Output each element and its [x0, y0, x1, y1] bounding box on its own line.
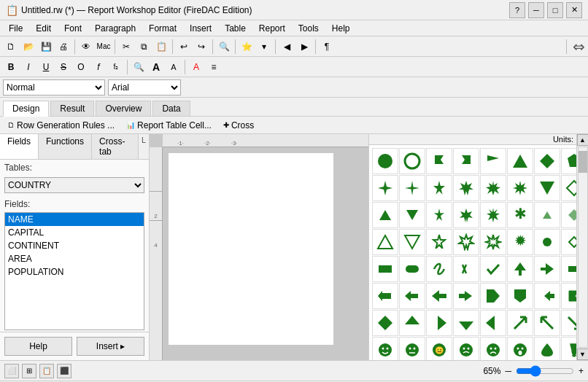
- style-dropdown[interactable]: Normal: [3, 79, 105, 96]
- report-table-tab[interactable]: 📊 Report Table Cell...: [122, 119, 216, 132]
- font-color-button[interactable]: A: [188, 59, 204, 75]
- align-button[interactable]: ≡: [206, 59, 222, 75]
- symbol-cell-0[interactable]: [372, 148, 398, 174]
- subtab-crosstab[interactable]: Cross-tab: [92, 134, 139, 159]
- symbol-cell-4[interactable]: [480, 148, 506, 174]
- symbol-cell-6[interactable]: [534, 148, 560, 174]
- symbol-cell-51[interactable]: [561, 256, 576, 282]
- magnify-button[interactable]: 🔍: [131, 59, 147, 75]
- symbol-cell-80[interactable]: [453, 337, 479, 360]
- help-btn[interactable]: ?: [509, 2, 525, 18]
- symbol-cell-29[interactable]: [561, 202, 576, 228]
- bottom-btn-2[interactable]: ⊞: [22, 364, 36, 378]
- symbol-cell-72[interactable]: [534, 310, 560, 336]
- symbol-cell-17[interactable]: [534, 175, 560, 201]
- fx-button[interactable]: f: [90, 59, 107, 75]
- scroll-thumb[interactable]: [579, 151, 587, 173]
- symbol-cell-35[interactable]: [426, 229, 452, 255]
- paste-button[interactable]: 📋: [153, 39, 169, 55]
- symbol-cell-1[interactable]: [399, 148, 425, 174]
- cross-tab[interactable]: ✚ Cross: [219, 119, 258, 132]
- tables-dropdown[interactable]: COUNTRY: [4, 177, 144, 193]
- symbol-cell-82[interactable]: [507, 337, 533, 360]
- close-btn[interactable]: ✕: [566, 2, 582, 18]
- symbol-cell-16[interactable]: [507, 175, 533, 201]
- symbol-cell-28[interactable]: [534, 202, 560, 228]
- menu-report[interactable]: Report: [253, 22, 291, 35]
- symbol-cell-12[interactable]: [399, 175, 425, 201]
- size-down-button[interactable]: A: [166, 59, 182, 75]
- bold-button[interactable]: B: [3, 59, 19, 75]
- italic-button[interactable]: I: [20, 59, 36, 75]
- nav-left[interactable]: ◀: [279, 39, 295, 55]
- field-capital[interactable]: CAPITAL: [5, 226, 144, 239]
- symbol-cell-23[interactable]: [399, 202, 425, 228]
- menu-edit[interactable]: Edit: [30, 22, 57, 35]
- row-generation-tab[interactable]: 🗋 Row Generation Rules ...: [3, 119, 119, 132]
- symbol-cell-71[interactable]: [507, 310, 533, 336]
- symbol-cell-58[interactable]: [453, 283, 479, 309]
- menu-insert[interactable]: Insert: [184, 22, 217, 35]
- help-button[interactable]: Help: [4, 337, 72, 356]
- symbol-cell-66[interactable]: [372, 310, 398, 336]
- save-button[interactable]: 💾: [38, 39, 54, 55]
- symbol-cell-24[interactable]: [426, 202, 452, 228]
- symbol-cell-49[interactable]: [507, 256, 533, 282]
- symbol-cell-40[interactable]: [561, 229, 576, 255]
- tab-data[interactable]: Data: [152, 101, 190, 116]
- symbol-cell-48[interactable]: [480, 256, 506, 282]
- symbol-cell-56[interactable]: [399, 283, 425, 309]
- symbol-cell-59[interactable]: [480, 283, 506, 309]
- tab-overview[interactable]: Overview: [96, 101, 151, 116]
- field-area[interactable]: AREA: [5, 252, 144, 265]
- font-dropdown[interactable]: Arial: [108, 79, 181, 96]
- symbol-cell-25[interactable]: [453, 202, 479, 228]
- print-button[interactable]: 🖨: [55, 39, 71, 55]
- field-name[interactable]: NAME: [5, 213, 144, 226]
- symbol-cell-46[interactable]: [426, 256, 452, 282]
- symbol-cell-69[interactable]: [453, 310, 479, 336]
- symbol-cell-18[interactable]: [561, 175, 576, 201]
- star-button[interactable]: ⭐: [239, 39, 255, 55]
- bottom-btn-4[interactable]: ⬛: [57, 364, 71, 378]
- zoom-slider[interactable]: [516, 365, 574, 377]
- symbol-cell-7[interactable]: [561, 148, 576, 174]
- redo-button[interactable]: ↪: [193, 39, 209, 55]
- menu-paragraph[interactable]: Paragraph: [89, 22, 142, 35]
- nav-right[interactable]: ▶: [296, 39, 312, 55]
- symbol-cell-11[interactable]: [372, 175, 398, 201]
- symbol-cell-55[interactable]: [372, 283, 398, 309]
- open-button[interactable]: 📂: [20, 39, 36, 55]
- symbol-cell-68[interactable]: [426, 310, 452, 336]
- mac-button[interactable]: Mac: [96, 39, 112, 55]
- symbol-cell-50[interactable]: [534, 256, 560, 282]
- symbol-cell-34[interactable]: [399, 229, 425, 255]
- size-up-button[interactable]: A: [148, 59, 164, 75]
- symbol-cell-14[interactable]: [453, 175, 479, 201]
- symbol-cell-22[interactable]: [372, 202, 398, 228]
- symbol-cell-77[interactable]: [372, 337, 398, 360]
- symbol-cell-26[interactable]: [480, 202, 506, 228]
- symbol-cell-38[interactable]: ✹: [507, 229, 533, 255]
- symbol-cell-27[interactable]: ✱: [507, 202, 533, 228]
- strikethrough-button[interactable]: S: [55, 59, 71, 75]
- maximize-btn[interactable]: □: [547, 2, 563, 18]
- outline-button[interactable]: O: [73, 59, 89, 75]
- menu-tools[interactable]: Tools: [293, 22, 325, 35]
- field-population[interactable]: POPULATION: [5, 265, 144, 278]
- subtab-fields[interactable]: Fields: [0, 134, 39, 159]
- symbol-cell-45[interactable]: [399, 256, 425, 282]
- symbol-cell-36[interactable]: [453, 229, 479, 255]
- symbol-cell-47[interactable]: [453, 256, 479, 282]
- dropdown-button[interactable]: ▾: [256, 39, 272, 55]
- symbol-cell-15[interactable]: [480, 175, 506, 201]
- symbol-cell-44[interactable]: [372, 256, 398, 282]
- panel-indicator[interactable]: L: [139, 134, 149, 159]
- symbol-cell-73[interactable]: [561, 310, 576, 336]
- symbol-cell-3[interactable]: [453, 148, 479, 174]
- symbol-cell-61[interactable]: [534, 283, 560, 309]
- menu-table[interactable]: Table: [219, 22, 252, 35]
- new-button[interactable]: 🗋: [3, 39, 19, 55]
- symbol-cell-13[interactable]: [426, 175, 452, 201]
- symbol-cell-78[interactable]: [399, 337, 425, 360]
